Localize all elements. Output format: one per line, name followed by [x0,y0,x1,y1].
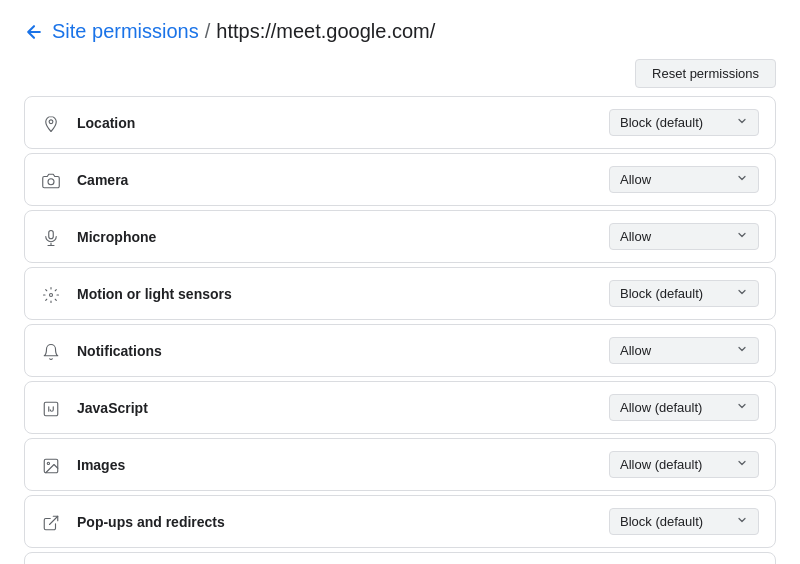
permission-item-location: Location Block (default) [24,96,776,149]
permission-info-images: Images [77,457,609,473]
chevron-down-icon [736,286,748,301]
permission-select-microphone[interactable]: Allow [609,223,759,250]
permission-value-motion: Block (default) [620,286,703,301]
permission-value-camera: Allow [620,172,651,187]
permission-info-popups: Pop-ups and redirects [77,514,609,530]
permission-item-ads: Ads Block if site shows intrusive or mis… [24,552,776,564]
svg-point-1 [48,178,54,184]
breadcrumb-separator: / [205,20,211,43]
permission-item-motion: Motion or light sensors Block (default) [24,267,776,320]
permission-name-microphone: Microphone [77,229,609,245]
permission-info-location: Location [77,115,609,131]
permission-info-notifications: Notifications [77,343,609,359]
svg-rect-2 [49,230,54,238]
svg-point-0 [49,119,53,123]
permission-value-notifications: Allow [620,343,651,358]
back-button[interactable] [24,22,44,42]
permission-item-images: Images Allow (default) [24,438,776,491]
permission-value-location: Block (default) [620,115,703,130]
permission-select-javascript[interactable]: Allow (default) [609,394,759,421]
permission-info-javascript: JavaScript [77,400,609,416]
permission-info-camera: Camera [77,172,609,188]
svg-point-6 [47,462,49,464]
permission-item-camera: Camera Allow [24,153,776,206]
permission-value-images: Allow (default) [620,457,702,472]
permission-item-popups: Pop-ups and redirects Block (default) [24,495,776,548]
permission-name-motion: Motion or light sensors [77,286,609,302]
motion-icon [41,285,61,305]
toolbar: Reset permissions [0,59,800,96]
permission-select-location[interactable]: Block (default) [609,109,759,136]
permission-item-microphone: Microphone Allow [24,210,776,263]
chevron-down-icon [736,400,748,415]
permission-name-notifications: Notifications [77,343,609,359]
svg-rect-4 [44,402,58,416]
svg-line-7 [50,516,58,524]
permission-select-popups[interactable]: Block (default) [609,508,759,535]
microphone-icon [41,228,61,248]
page-header: Site permissions / https://meet.google.c… [0,0,800,59]
permission-select-notifications[interactable]: Allow [609,337,759,364]
permission-name-location: Location [77,115,609,131]
permission-name-popups: Pop-ups and redirects [77,514,609,530]
permission-select-images[interactable]: Allow (default) [609,451,759,478]
permission-select-camera[interactable]: Allow [609,166,759,193]
permission-name-images: Images [77,457,609,473]
breadcrumb: Site permissions / https://meet.google.c… [52,20,435,43]
camera-icon [41,171,61,191]
chevron-down-icon [736,514,748,529]
popups-icon [41,513,61,533]
chevron-down-icon [736,172,748,187]
breadcrumb-link[interactable]: Site permissions [52,20,199,43]
permission-name-javascript: JavaScript [77,400,609,416]
permission-value-microphone: Allow [620,229,651,244]
permission-info-motion: Motion or light sensors [77,286,609,302]
permission-item-javascript: JavaScript Allow (default) [24,381,776,434]
permission-name-camera: Camera [77,172,609,188]
permission-item-notifications: Notifications Allow [24,324,776,377]
breadcrumb-current: https://meet.google.com/ [216,20,435,43]
chevron-down-icon [736,457,748,472]
permission-select-motion[interactable]: Block (default) [609,280,759,307]
permission-info-microphone: Microphone [77,229,609,245]
javascript-icon [41,399,61,419]
notifications-icon [41,342,61,362]
chevron-down-icon [736,343,748,358]
permission-value-javascript: Allow (default) [620,400,702,415]
svg-point-3 [50,293,53,296]
chevron-down-icon [736,229,748,244]
permission-value-popups: Block (default) [620,514,703,529]
location-icon [41,114,61,134]
permissions-list: Location Block (default) Camera All [0,96,800,564]
reset-permissions-button[interactable]: Reset permissions [635,59,776,88]
images-icon [41,456,61,476]
chevron-down-icon [736,115,748,130]
